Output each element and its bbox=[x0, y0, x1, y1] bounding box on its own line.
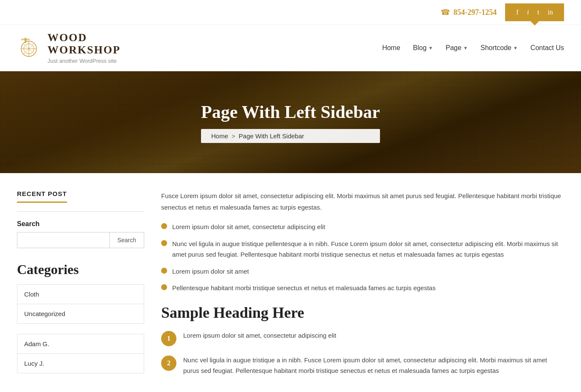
phone-wrapper: ☎ 854-297-1254 bbox=[441, 8, 497, 17]
phone-icon: ☎ bbox=[441, 8, 450, 17]
logo-title: WOOD WORKSHOP bbox=[47, 32, 120, 56]
search-label: Search bbox=[17, 220, 144, 228]
category-item-cloth[interactable]: Cloth bbox=[17, 285, 144, 304]
logo-icon bbox=[17, 35, 42, 61]
nav-blog-label: Blog bbox=[413, 44, 427, 52]
search-input[interactable] bbox=[17, 232, 110, 248]
bullet-dot-4 bbox=[161, 284, 167, 290]
recent-post-heading: RECENT POST bbox=[17, 190, 67, 203]
main-content: Fusce Lorem ipsum dolor sit amet, consec… bbox=[161, 190, 564, 385]
header: WOOD WORKSHOP Just another WordPress sit… bbox=[0, 25, 581, 71]
main-container: RECENT POST Search Search Categories Clo… bbox=[0, 173, 581, 392]
svg-rect-7 bbox=[25, 38, 26, 43]
nav-shortcode[interactable]: Shortcode ▼ bbox=[480, 44, 518, 52]
hero-title: Page With Left Sidebar bbox=[201, 102, 380, 122]
author-adam-label: Adam G. bbox=[24, 340, 49, 347]
logo-subtitle: Just another WordPress site bbox=[47, 58, 120, 64]
numbered-item-1: 1 Lorem ipsum dolor sit amet, consectetu… bbox=[161, 330, 564, 346]
numbered-item-2: 2 Nunc vel ligula in augue tristique a i… bbox=[161, 355, 564, 376]
search-button[interactable]: Search bbox=[110, 232, 144, 248]
breadcrumb-home[interactable]: Home bbox=[211, 132, 228, 140]
number-badge-2: 2 bbox=[161, 356, 176, 371]
number-badge-1: 1 bbox=[161, 331, 176, 346]
sidebar: RECENT POST Search Search Categories Clo… bbox=[17, 190, 144, 385]
breadcrumb: Home > Page With Left Sidebar bbox=[201, 129, 380, 143]
bullet-text-2: Nunc vel ligula in augue tristique pelle… bbox=[172, 238, 564, 260]
search-row: Search bbox=[17, 232, 144, 248]
main-nav: Home Blog ▼ Page ▼ Shortcode ▼ Contact U… bbox=[382, 44, 564, 52]
intro-paragraph: Fusce Lorem ipsum dolor sit amet, consec… bbox=[161, 190, 564, 213]
author-item-adam[interactable]: Adam G. bbox=[17, 334, 144, 354]
nav-page-arrow: ▼ bbox=[463, 45, 468, 50]
nav-home[interactable]: Home bbox=[382, 44, 400, 52]
nav-blog[interactable]: Blog ▼ bbox=[413, 44, 433, 52]
bullet-item-2: Nunc vel ligula in augue tristique pelle… bbox=[161, 238, 564, 260]
nav-page-label: Page bbox=[446, 44, 461, 52]
nav-shortcode-label: Shortcode bbox=[480, 44, 511, 52]
numbered-text-2: Nunc vel ligula in augue tristique a in … bbox=[183, 355, 564, 376]
logo-line2: WORKSHOP bbox=[47, 44, 120, 56]
numbered-text-1: Lorem ipsum dolor sit amet, consectetur … bbox=[183, 330, 336, 341]
twitter-icon[interactable]: t bbox=[533, 7, 543, 18]
bullet-text-4: Pellentesque habitant morbi tristique se… bbox=[172, 283, 436, 294]
hero-content: Page With Left Sidebar Home > Page With … bbox=[201, 102, 380, 143]
bullet-dot-2 bbox=[161, 240, 167, 246]
categories-heading: Categories bbox=[17, 262, 144, 277]
recent-post-underline bbox=[17, 211, 144, 212]
bullet-item-3: Lorem ipsum dolor sit amet bbox=[161, 266, 564, 277]
phone-number: 854-297-1254 bbox=[453, 8, 497, 17]
nav-page[interactable]: Page ▼ bbox=[446, 44, 468, 52]
breadcrumb-current: Page With Left Sidebar bbox=[239, 132, 304, 140]
recent-post-label: RECENT POST bbox=[17, 190, 144, 211]
category-list: Cloth Uncategorized bbox=[17, 284, 144, 324]
author-lucy-label: Lucy J. bbox=[24, 360, 45, 367]
author-item-lucy[interactable]: Lucy J. bbox=[17, 354, 144, 373]
breadcrumb-separator: > bbox=[232, 132, 235, 140]
nav-contact[interactable]: Contact Us bbox=[531, 44, 564, 52]
numbered-list: 1 Lorem ipsum dolor sit amet, consectetu… bbox=[161, 330, 564, 376]
bullet-dot-1 bbox=[161, 223, 167, 229]
linkedin-icon[interactable]: in bbox=[544, 7, 557, 18]
nav-shortcode-arrow: ▼ bbox=[513, 45, 518, 50]
bullet-list: Lorem ipsum dolor sit amet, consectetur … bbox=[161, 221, 564, 294]
logo-area: WOOD WORKSHOP Just another WordPress sit… bbox=[17, 32, 120, 64]
instagram-icon[interactable]: i bbox=[523, 7, 533, 18]
section-heading: Sample Heading Here bbox=[161, 304, 564, 322]
bullet-text-1: Lorem ipsum dolor sit amet, consectetur … bbox=[172, 221, 325, 232]
logo-text-area: WOOD WORKSHOP Just another WordPress sit… bbox=[47, 32, 120, 64]
logo-line1: WOOD bbox=[47, 31, 87, 44]
author-list: Adam G. Lucy J. bbox=[17, 334, 144, 373]
social-bar: f i t in bbox=[505, 3, 564, 21]
bullet-item-4: Pellentesque habitant morbi tristique se… bbox=[161, 283, 564, 294]
category-uncategorized-label: Uncategorized bbox=[24, 310, 65, 317]
bullet-dot-3 bbox=[161, 268, 167, 274]
nav-blog-arrow: ▼ bbox=[428, 45, 433, 50]
category-cloth-label: Cloth bbox=[24, 291, 39, 298]
top-bar: ☎ 854-297-1254 f i t in bbox=[0, 0, 581, 25]
bullet-item-1: Lorem ipsum dolor sit amet, consectetur … bbox=[161, 221, 564, 232]
category-item-uncategorized[interactable]: Uncategorized bbox=[17, 304, 144, 323]
bullet-text-3: Lorem ipsum dolor sit amet bbox=[172, 266, 249, 277]
hero-banner: Page With Left Sidebar Home > Page With … bbox=[0, 71, 581, 173]
facebook-icon[interactable]: f bbox=[512, 7, 522, 18]
